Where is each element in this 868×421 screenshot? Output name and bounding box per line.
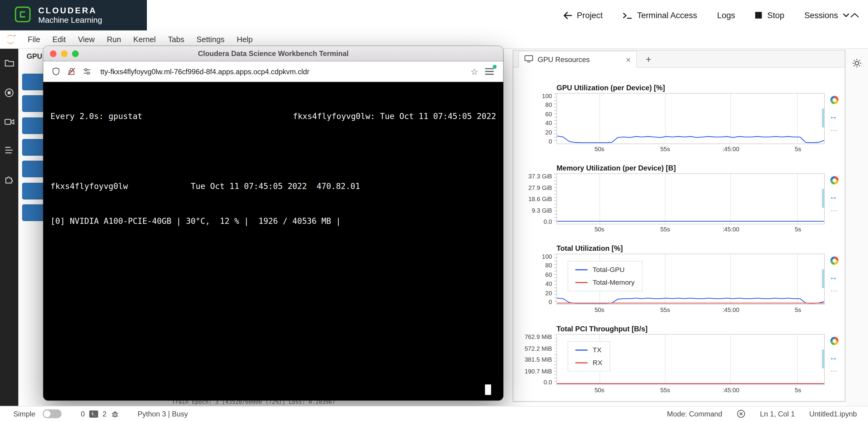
simple-mode-toggle[interactable] [42, 410, 61, 418]
y-axis-ticks [554, 94, 556, 144]
resize-horizontal-icon[interactable]: ↔ [829, 112, 837, 121]
tab-gpu-resources[interactable]: GPU Resources × [518, 51, 637, 67]
x-axis-label: 55s [660, 306, 670, 313]
cursor-position[interactable]: Ln 1, Col 1 [760, 410, 795, 418]
x-axis-label: 55s [660, 226, 670, 233]
topbar-action-label: Terminal Access [637, 10, 697, 20]
gpustat-device-line: [0] NVIDIA A100-PCIE-40GB | 30°C, 12 % |… [51, 215, 496, 227]
more-options-icon[interactable]: … [830, 365, 838, 373]
menu-item-view[interactable]: View [72, 32, 100, 47]
legend-entry: Total-GPU [576, 266, 634, 273]
permissions-icon[interactable] [83, 67, 91, 76]
insecure-lock-icon[interactable] [67, 67, 76, 76]
topbar-action-stop[interactable]: Stop [755, 10, 784, 20]
resize-horizontal-icon[interactable]: ↔ [829, 352, 837, 362]
menu-item-edit[interactable]: Edit [46, 32, 72, 47]
grafana-ring-icon[interactable] [830, 176, 838, 184]
resize-horizontal-icon[interactable]: ↔ [829, 272, 837, 281]
legend-label: Total-Memory [593, 278, 635, 286]
y-axis-label: 60 [545, 272, 552, 277]
x-axis-label: 5s [795, 226, 801, 233]
kernel-status[interactable]: Python 3 | Busy [137, 410, 188, 418]
chart-scrollbar-thumb[interactable] [822, 269, 824, 288]
chevron-up-icon[interactable] [850, 13, 859, 18]
y-axis-label: 40 [545, 281, 552, 287]
menu-item-run[interactable]: Run [101, 32, 127, 47]
topbar-action-project[interactable]: Project [563, 10, 603, 20]
table-of-contents-icon[interactable] [4, 146, 14, 154]
y-axis-label: 20 [545, 290, 552, 296]
arrow-left-icon [563, 11, 572, 19]
app-menu-icon[interactable] [485, 68, 494, 75]
right-rail [845, 49, 868, 406]
chart-scrollbar-thumb[interactable] [822, 109, 824, 127]
grafana-ring-icon[interactable] [830, 96, 838, 104]
chart-plot-area[interactable] [556, 173, 825, 224]
more-options-icon[interactable]: … [830, 285, 838, 293]
folder-icon[interactable] [4, 59, 14, 67]
topbar-action-logs[interactable]: Logs [717, 10, 735, 20]
grafana-ring-icon[interactable] [830, 257, 838, 265]
window-minimize-button[interactable] [61, 50, 67, 57]
tab-close-icon[interactable]: × [626, 55, 631, 64]
caret-down-icon [843, 13, 849, 17]
window-title: Cloudera Data Science Workbench Terminal [43, 49, 503, 58]
menu-item-settings[interactable]: Settings [190, 32, 231, 47]
chart-x-axis: 50s55s:45:005s [556, 224, 825, 233]
legend-swatch [576, 362, 588, 363]
window-titlebar[interactable]: Cloudera Data Science Workbench Terminal [43, 46, 503, 61]
charts-container: GPU Utilization (per Device) [%]10080604… [513, 67, 845, 401]
menu-item-help[interactable]: Help [231, 32, 259, 47]
active-filename: Untitled1.ipynb [809, 410, 857, 418]
debugger-bug-icon[interactable] [111, 410, 119, 418]
statusbar-left: Simple 0 $_ 2 Python 3 | Busy [13, 410, 188, 418]
topbar-action-sessions[interactable]: Sessions [804, 10, 849, 20]
terminal-icon [623, 11, 632, 19]
traffic-lights [50, 50, 79, 57]
bookmark-star-icon[interactable]: ☆ [470, 66, 478, 77]
gpu-dashboard-icon[interactable] [4, 118, 14, 126]
jupyter-logo-icon [4, 33, 17, 46]
settings-gear-icon[interactable] [850, 57, 863, 69]
menu-item-kernel[interactable]: Kernel [127, 32, 162, 47]
menu-item-tabs[interactable]: Tabs [162, 32, 190, 47]
new-tab-button[interactable]: + [646, 55, 651, 64]
terminal-output[interactable]: Every 2.0s: gpustat fkxs4flyfoyvg0lw: Tu… [43, 82, 503, 401]
x-axis-label: 55s [660, 146, 670, 152]
chart-plot-area[interactable]: TXRX [556, 334, 825, 385]
y-axis-ticks [554, 254, 556, 304]
y-axis-label: 80 [545, 102, 552, 108]
chart-scrollbar-thumb[interactable] [822, 350, 824, 368]
watch-timestamp: fkxs4flyfoyvg0lw: Tue Oct 11 07:45:05 20… [293, 111, 496, 122]
window-close-button[interactable] [50, 50, 57, 57]
window-zoom-button[interactable] [72, 50, 79, 57]
chart-x-axis: 50s55s:45:005s [556, 305, 825, 313]
chart-plot-area[interactable] [556, 93, 825, 144]
more-options-icon[interactable]: … [830, 124, 838, 132]
menu-item-file[interactable]: File [22, 32, 46, 47]
resize-horizontal-icon[interactable]: ↔ [829, 192, 837, 201]
more-options-icon[interactable]: … [830, 205, 838, 213]
url-text[interactable]: tty-fkxs4flyfoyvg0lw.ml-76cf996d-8f4.app… [100, 67, 464, 76]
y-axis-label: 0 [549, 139, 552, 144]
tab-label: GPU Resources [537, 55, 590, 63]
legend-swatch [576, 269, 588, 270]
notifications-icon[interactable] [737, 410, 745, 418]
chart-legend: Total-GPUTotal-Memory [568, 261, 643, 291]
running-sessions-icon[interactable] [4, 88, 14, 97]
x-axis-label: :45:00 [722, 387, 739, 393]
y-axis-label: 27.9 GiB [528, 185, 552, 190]
grafana-ring-icon[interactable] [830, 337, 838, 345]
chart-scrollbar-thumb[interactable] [822, 189, 824, 208]
app-root: CLOUDERA Machine Learning ProjectTermina… [0, 0, 868, 421]
topbar-actions: ProjectTerminal AccessLogsStopSessions [563, 10, 849, 20]
y-axis-label: 60 [545, 111, 552, 117]
shield-icon[interactable] [52, 67, 60, 76]
brand-text: CLOUDERA Machine Learning [38, 5, 102, 25]
topbar-action-terminal-access[interactable]: Terminal Access [623, 10, 697, 20]
y-axis-label: 0 [549, 299, 552, 305]
chart-icon-gutter: ↔… [825, 93, 845, 144]
browser-addressbar[interactable]: tty-fkxs4flyfoyvg0lw.ml-76cf996d-8f4.app… [43, 61, 503, 82]
extensions-icon[interactable] [4, 175, 14, 184]
chart-plot-area[interactable]: Total-GPUTotal-Memory [556, 254, 825, 305]
